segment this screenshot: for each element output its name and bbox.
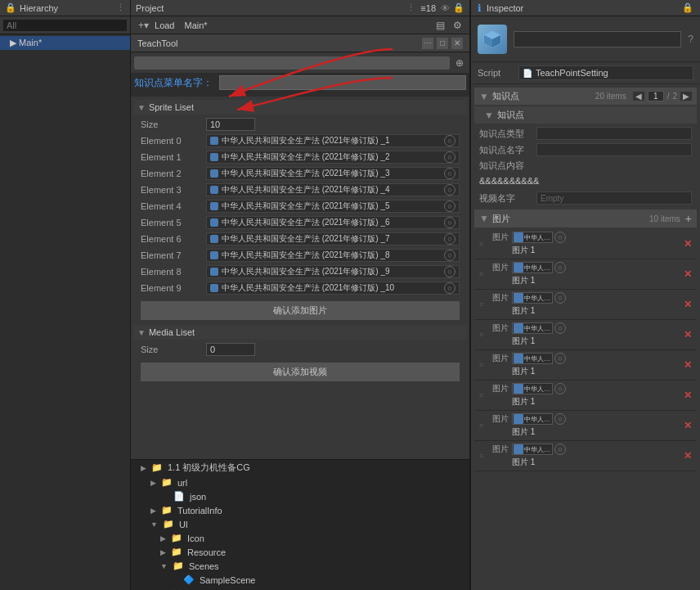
images-section-header[interactable]: ▼ 图片 10 items + (474, 209, 697, 227)
media-liset-header[interactable]: ▼ Media Liset (134, 325, 466, 340)
image-remove-button-0[interactable]: ✕ (684, 238, 692, 250)
scroll-circle-btn[interactable]: ⊕ (453, 56, 466, 70)
inspector-content[interactable]: ▼ 知识点 20 items ◀ / 2 ▶ ▼ 知识点 (471, 84, 700, 590)
image-remove-button-6[interactable]: ✕ (684, 420, 692, 431)
element-value-6[interactable]: 中华人民共和国安全生产法 (2021年修订版) _7 ○ (206, 232, 460, 245)
page-number-input[interactable] (648, 91, 664, 101)
add-images-button[interactable]: 确认添加图片 (141, 301, 460, 320)
file-tree-item-7[interactable]: ▼📁Scenes (131, 559, 469, 573)
file-tree-item-5[interactable]: ▶📁Icon (131, 531, 469, 545)
element-value-4[interactable]: 中华人民共和国安全生产法 (2021年修订版) _5 ○ (206, 200, 460, 213)
element-circle-2[interactable]: ○ (444, 168, 455, 179)
file-tree-item-2[interactable]: 📄json (131, 489, 469, 503)
file-tree-item-6[interactable]: ▶📁Resource (131, 545, 469, 559)
element-value-5[interactable]: 中华人民共和国安全生产法 (2021年修订版) _6 ○ (206, 216, 460, 229)
element-circle-7[interactable]: ○ (444, 250, 455, 261)
element-circle-8[interactable]: ○ (444, 266, 455, 277)
project-menu-icon[interactable]: ⋮ (406, 2, 415, 13)
image-circle-4[interactable]: ○ (554, 353, 566, 364)
image-circle-1[interactable]: ○ (554, 262, 566, 273)
element-value-8[interactable]: 中华人民共和国安全生产法 (2021年修订版) _9 ○ (206, 265, 460, 278)
drag-handle-5[interactable]: ≡ (479, 391, 492, 399)
image-sub-thumb-row-4: 图片 中华人民共和国 ○ (492, 352, 680, 365)
content-field-row: 知识点内容 (474, 158, 697, 173)
image-thumb-3[interactable]: 中华人民共和国 (512, 322, 553, 334)
element-circle-1[interactable]: ○ (444, 151, 455, 163)
maximize-button[interactable]: □ (437, 38, 448, 49)
image-circle-3[interactable]: ○ (554, 322, 566, 334)
file-label-0: 1.1 初级力机性备CG (168, 462, 250, 474)
toolbar-icon2[interactable]: ⚙ (451, 19, 464, 32)
element-value-0[interactable]: 中华人民共和国安全生产法 (2021年修订版) _1 ○ (206, 134, 460, 147)
element-circle-9[interactable]: ○ (444, 282, 455, 294)
image-remove-button-1[interactable]: ✕ (684, 268, 692, 280)
image-circle-5[interactable]: ○ (554, 383, 566, 394)
image-thumb-0[interactable]: 中华人民共和国 (512, 232, 553, 243)
add-video-button[interactable]: 确认添加视频 (141, 363, 460, 381)
image-thumb-4[interactable]: 中华人民共和国 (512, 353, 553, 364)
inspector-lock-icon[interactable]: 🔒 (682, 2, 693, 13)
knowledge-name-input[interactable] (219, 75, 466, 90)
image-remove-button-4[interactable]: ✕ (684, 359, 692, 371)
next-page-button[interactable]: ▶ (680, 92, 692, 101)
drag-handle-0[interactable]: ≡ (479, 240, 492, 248)
drag-handle-2[interactable]: ≡ (479, 300, 492, 309)
add-button[interactable]: +▾ (136, 19, 151, 32)
drag-handle-4[interactable]: ≡ (479, 361, 492, 369)
teachtool-content[interactable]: ▼ Sprite Liset Size Element 0 中华人民共和国安全生… (131, 97, 469, 459)
element-value-1[interactable]: 中华人民共和国安全生产法 (2021年修订版) _2 ○ (206, 151, 460, 164)
prev-page-button[interactable]: ◀ (633, 92, 644, 101)
hierarchy-menu-icon[interactable]: ⋮ (116, 2, 125, 13)
element-value-7[interactable]: 中华人民共和国安全生产法 (2021年修订版) _8 ○ (206, 249, 460, 262)
sub-knowledge-header[interactable]: ▼ 知识点 (474, 106, 697, 124)
file-tree-item-3[interactable]: ▶📁TutorialInfo (131, 503, 469, 517)
image-circle-6[interactable]: ○ (554, 413, 566, 425)
help-button[interactable]: ? (688, 34, 693, 45)
image-thumb-label-2: 图片 (492, 292, 512, 304)
close-button[interactable]: ✕ (451, 38, 463, 49)
sprite-liset-header[interactable]: ▼ Sprite Liset (134, 100, 466, 115)
file-tree-item-4[interactable]: ▼📁UI (131, 517, 469, 531)
image-circle-2[interactable]: ○ (554, 292, 566, 304)
image-thumb-5[interactable]: 中华人民共和国 (512, 383, 553, 394)
element-circle-3[interactable]: ○ (444, 184, 455, 196)
file-tree-item-8[interactable]: 🔷SampleScene (131, 573, 469, 587)
file-tree-item-1[interactable]: ▶📁url (131, 475, 469, 489)
element-circle-5[interactable]: ○ (444, 217, 455, 228)
file-tree-item-9[interactable]: ▶📁Scripts (131, 587, 469, 590)
size-input[interactable] (206, 118, 255, 131)
image-thumb-7[interactable]: 中华人民共和国 (512, 444, 553, 455)
add-image-button[interactable]: + (685, 212, 692, 225)
image-thumb-2[interactable]: 中华人民共和国 (512, 292, 553, 304)
element-value-2[interactable]: 中华人民共和国安全生产法 (2021年修订版) _3 ○ (206, 167, 460, 180)
tree-item-main[interactable]: ▶ Main* (0, 36, 130, 50)
image-remove-button-3[interactable]: ✕ (684, 329, 692, 340)
lock2-icon[interactable]: 🔒 (453, 2, 464, 13)
eye-icon[interactable]: 👁 (441, 3, 450, 13)
minimize-button[interactable]: ⋯ (422, 38, 433, 49)
element-value-3[interactable]: 中华人民共和国安全生产法 (2021年修订版) _4 ○ (206, 183, 460, 196)
drag-handle-7[interactable]: ≡ (479, 452, 492, 460)
hierarchy-search-input[interactable] (3, 20, 127, 31)
image-dot-4 (514, 354, 523, 363)
image-thumb-1[interactable]: 中华人民共和国 (512, 262, 553, 273)
file-tree-item-0[interactable]: ▶📁1.1 初级力机性备CG (131, 460, 469, 475)
element-circle-0[interactable]: ○ (444, 135, 455, 146)
knowledge-section-header[interactable]: ▼ 知识点 20 items ◀ / 2 ▶ (474, 88, 697, 105)
toolbar-icon1[interactable]: ▤ (433, 19, 447, 32)
image-remove-button-7[interactable]: ✕ (684, 450, 692, 462)
lock-icon[interactable]: 🔒 (5, 2, 16, 13)
drag-handle-3[interactable]: ≡ (479, 331, 492, 339)
drag-handle-6[interactable]: ≡ (479, 421, 492, 430)
image-thumb-6[interactable]: 中华人民共和国 (512, 413, 553, 425)
media-size-input[interactable] (206, 343, 255, 356)
element-circle-4[interactable]: ○ (444, 200, 455, 212)
drag-handle-1[interactable]: ≡ (479, 270, 492, 278)
object-name-input[interactable] (514, 31, 681, 47)
element-value-9[interactable]: 中华人民共和国安全生产法 (2021年修订版) _10 ○ (206, 281, 460, 295)
image-circle-7[interactable]: ○ (554, 444, 566, 455)
image-remove-button-2[interactable]: ✕ (684, 299, 692, 310)
element-circle-6[interactable]: ○ (444, 233, 455, 245)
image-remove-button-5[interactable]: ✕ (684, 390, 692, 401)
image-circle-0[interactable]: ○ (554, 232, 566, 243)
